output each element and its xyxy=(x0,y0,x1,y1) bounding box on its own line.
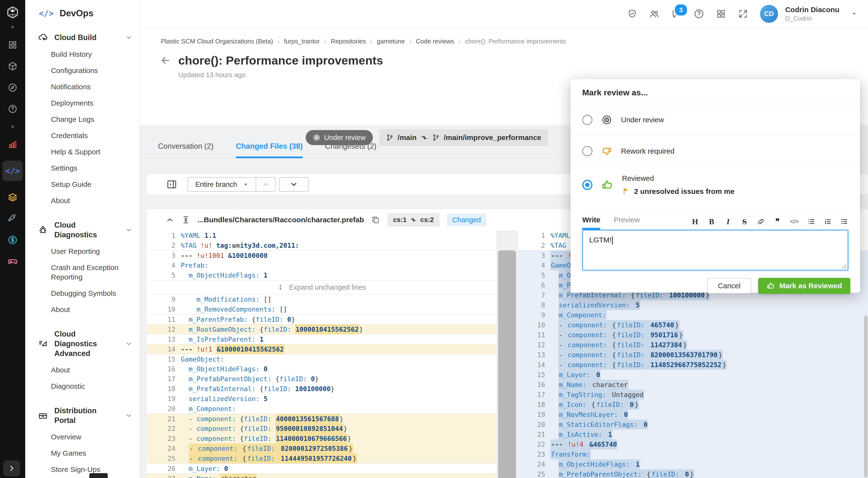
page-title: chore(): Performance improvements xyxy=(178,54,383,67)
line-number: 1 xyxy=(518,232,551,239)
shield-check-icon[interactable] xyxy=(627,9,637,19)
section-label: Cloud Diagnostics Advanced xyxy=(54,329,119,358)
rail-item-gamepad[interactable] xyxy=(2,256,23,266)
sidebar-item-deployments[interactable]: Deployments xyxy=(25,95,140,111)
breadcrumb-item[interactable]: furps_trantor xyxy=(284,38,320,45)
fullscreen-icon[interactable] xyxy=(738,8,748,19)
rail-item-compass[interactable] xyxy=(2,83,23,93)
expand-vertical-icon[interactable] xyxy=(181,215,190,225)
sidebar-item-about[interactable]: About xyxy=(25,362,140,378)
sidebar-item-crash-and-exception-reporting[interactable]: Crash and Exception Reporting xyxy=(25,259,140,285)
unity-logo-icon[interactable] xyxy=(6,5,20,20)
devops-header[interactable]: </> DevOps xyxy=(25,0,140,21)
scrollbar-thumb[interactable] xyxy=(498,250,516,478)
tab-conversation-[interactable]: Conversation (2) xyxy=(158,142,214,158)
breadcrumb-item[interactable]: Code reviews xyxy=(416,38,454,45)
sidebar-item-diagnostic[interactable]: Diagnostic xyxy=(25,378,140,394)
tool-ordered-list-icon[interactable] xyxy=(824,218,832,226)
sidebar-item-setup-guide[interactable]: Setup Guide xyxy=(25,176,140,192)
window-scrollbar-thumb[interactable] xyxy=(864,316,868,478)
users-icon[interactable] xyxy=(649,8,660,19)
diff-scrollbar[interactable] xyxy=(496,231,518,478)
review-option-under-review[interactable]: Under review xyxy=(570,104,860,136)
tool-quote-icon[interactable]: ❞ xyxy=(773,217,782,226)
sidebar-section-cloud-build[interactable]: Cloud Build xyxy=(25,29,140,46)
sidebar-item-configurations[interactable]: Configurations xyxy=(25,62,140,79)
tool-code-icon[interactable]: </> xyxy=(790,218,799,225)
next-file-button[interactable] xyxy=(279,177,309,192)
rail-item-cube[interactable] xyxy=(2,61,23,71)
tool-strikethrough-icon[interactable]: S xyxy=(740,217,749,226)
cancel-button[interactable]: Cancel xyxy=(707,278,751,294)
sidebar-item-label: Change Logs xyxy=(51,115,132,124)
tool-bullet-list-icon[interactable] xyxy=(807,218,815,226)
copy-icon[interactable] xyxy=(371,215,380,224)
tab-preview[interactable]: Preview xyxy=(614,216,640,230)
rail-item-help[interactable] xyxy=(2,104,23,114)
sidebar-item-settings[interactable]: Settings xyxy=(25,160,140,176)
branch-comparison: /main /main/improve_performance xyxy=(379,129,548,146)
chevron-down-icon xyxy=(243,182,248,187)
rail-item-dashboard[interactable] xyxy=(2,40,23,50)
sidebar-section-cloud-diagnostics-advanced[interactable]: Cloud Diagnostics Advanced xyxy=(25,326,140,362)
radio-selected[interactable] xyxy=(582,180,592,190)
breadcrumb-item[interactable]: Repositories xyxy=(331,38,366,45)
review-option-reviewed[interactable]: Reviewed2 unresolved issues from me xyxy=(570,167,860,203)
line-number: 5 xyxy=(518,271,551,279)
rail-item-dollar[interactable] xyxy=(2,235,23,245)
tool-heading-icon[interactable]: H xyxy=(691,217,699,226)
sidebar-item-about[interactable]: About xyxy=(25,192,140,209)
diff-scope-select[interactable]: Entire branch xyxy=(188,177,256,192)
tab-write[interactable]: Write xyxy=(582,216,600,230)
mark-as-reviewed-button[interactable]: Mark as Reviewed xyxy=(758,278,850,294)
user-avatar[interactable]: CD xyxy=(760,5,778,23)
destination-code-line: 13 - component: {fileID: 820000135637017… xyxy=(518,350,868,360)
tool-italic-icon[interactable]: I xyxy=(724,217,732,226)
diff-source-panel: 1%YAML 1.12%TAG !u! tag:unity3d.com,2011… xyxy=(147,231,496,478)
help-icon[interactable] xyxy=(693,8,704,19)
sidebar-item-credentials[interactable]: Credentials xyxy=(25,127,140,144)
review-option-rework-required[interactable]: Rework required xyxy=(570,136,860,167)
apps-grid-icon[interactable] xyxy=(716,9,726,19)
sidebar-item-user-reporting[interactable]: User Reporting xyxy=(25,243,140,259)
sidebar-item-overview[interactable]: Overview xyxy=(25,429,140,445)
expand-unchanged-lines[interactable]: Expand unchanged lines xyxy=(147,280,496,294)
rail-item-layers[interactable] xyxy=(2,192,23,202)
rail-item-code[interactable]: </> xyxy=(2,161,23,181)
sidebar-section-distribution-portal[interactable]: Distribution Portal xyxy=(25,402,140,429)
collapse-file-icon[interactable] xyxy=(166,216,174,224)
rail-item-bar-chart[interactable] xyxy=(2,139,23,149)
breadcrumb-item[interactable]: gametune xyxy=(377,38,405,45)
chevron-down-icon[interactable] xyxy=(851,11,857,17)
back-button[interactable] xyxy=(160,55,171,66)
breadcrumb-item[interactable]: Plastic SCM Cloud Organizations (Beta) xyxy=(161,38,273,45)
sidebar-item-build-history[interactable]: Build History xyxy=(25,46,140,62)
code-text: - component: {fileID: 95000010892851044} xyxy=(181,425,347,432)
source-code-line: 24 - component: {fileID: 820000129725053… xyxy=(147,444,496,453)
tool-link-icon[interactable] xyxy=(757,218,765,226)
tool-bold-icon[interactable]: B xyxy=(707,217,716,226)
expand-rail-button[interactable] xyxy=(3,460,20,476)
rail-item-rocket[interactable] xyxy=(2,213,23,224)
code-text: m_RootGameObject: {fileID: 1000010415562… xyxy=(181,326,363,333)
tab-changed-files-[interactable]: Changed Files (38) xyxy=(236,142,303,158)
diagnostics-advanced-icon xyxy=(38,339,48,349)
sidebar-item-change-logs[interactable]: Change Logs xyxy=(25,111,140,127)
previous-file-button[interactable] xyxy=(256,177,276,192)
line-number: 27 xyxy=(147,475,181,478)
sidebar-item-store-sign-ups[interactable]: Store Sign-Ups xyxy=(25,461,140,478)
toggle-file-panel-icon[interactable] xyxy=(166,179,177,190)
comment-textarea[interactable]: LGTM! xyxy=(582,230,848,271)
sidebar-item-debugging-symbols[interactable]: Debugging Symbols xyxy=(25,285,140,301)
sidebar-item-my-games[interactable]: My Games xyxy=(25,445,140,461)
code-text: --- !u!1 &1000010415562562 xyxy=(181,346,284,353)
sidebar-item-about[interactable]: About xyxy=(25,301,140,318)
tool-task-list-icon[interactable] xyxy=(840,218,848,226)
sidebar-section-cloud-diagnostics[interactable]: Cloud Diagnostics xyxy=(25,217,140,243)
sidebar-item-help-support[interactable]: Help & Support xyxy=(25,144,140,160)
user-menu[interactable]: Codrin Diaconu D_Codrin xyxy=(785,6,839,22)
radio-unselected[interactable] xyxy=(582,115,592,125)
sidebar-item-notifications[interactable]: Notifications xyxy=(25,79,140,95)
radio-unselected[interactable] xyxy=(582,146,592,156)
messages-icon[interactable]: 3 xyxy=(671,8,682,19)
